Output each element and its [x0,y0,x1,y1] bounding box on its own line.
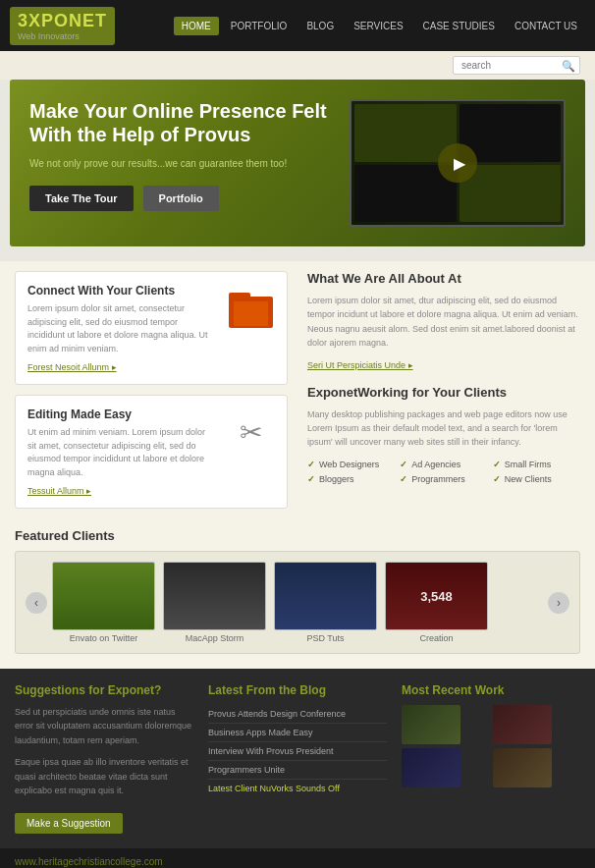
carousel-thumb-mac [163,562,266,630]
video-thumbnail[interactable] [350,99,566,227]
carousel-prev-button[interactable]: ‹ [26,592,47,614]
hero-right [350,99,566,227]
client-item-5: ✓Programmers [400,474,487,484]
carousel-items: Envato on Twitter MacApp Storm PSD Tuts … [52,562,543,643]
content-right: What We Are All About At Lorem ipsum dol… [307,271,580,509]
footer-suggestions-title: Suggestions for Exponet? [15,683,193,697]
search-bar: 🔍 [0,51,595,80]
blog-link-5[interactable]: Latest Client NuVorks Sounds Off [208,780,387,797]
hero-left: Make Your Online Presence Felt With the … [29,99,335,227]
footer-suggestions: Suggestions for Exponet? Sed ut perspici… [15,683,193,834]
blog-link-4[interactable]: Programmers Unite [208,761,387,780]
folder-icon [226,284,275,333]
footer-section: Suggestions for Exponet? Sed ut perspici… [0,669,595,848]
logo-sub: Web Innovators [18,31,107,41]
right-title-1: What We Are All About At [307,271,580,286]
carousel-thumb-psd [274,562,377,630]
take-tour-button[interactable]: Take The Tour [29,186,134,211]
carousel-item-1: Envato on Twitter [52,562,155,643]
suggestions-title-brand: Exponet? [108,683,162,697]
header: 3XPONET Web Innovators HOME PORTFOLIO BL… [0,0,595,51]
footer-work-title: Most Recent Work [402,683,580,697]
carousel-next-button[interactable]: › [548,592,569,614]
feature-box-title-2: Editing Made Easy [27,407,216,421]
main-nav: HOME PORTFOLIO BLOG SERVICES CASE STUDIE… [174,17,585,35]
blog-link-1[interactable]: Provus Attends Design Conference [208,705,387,724]
blog-link-3[interactable]: Interview With Provus President [208,742,387,761]
feature-box-connect: Connect With Your Clients Lorem ipsum do… [15,271,288,385]
blog-link-2[interactable]: Business Apps Made Easy [208,724,387,742]
carousel-item-2: MacApp Storm [163,562,266,643]
play-button[interactable] [438,143,477,183]
carousel-label-1: Envato on Twitter [70,633,137,643]
carousel-label-3: PSD Tuts [306,633,344,643]
clients-carousel: ‹ Envato on Twitter MacApp Storm PSD Tut… [15,551,580,654]
feature-box-title-1: Connect With Your Clients [27,284,216,298]
nav-case-studies[interactable]: CASE STUDIES [415,17,503,35]
nav-blog[interactable]: BLOG [298,17,342,35]
client-item-1: ✓Web Designers [307,460,395,469]
video-overlay[interactable] [352,101,564,225]
work-item-1 [402,705,460,744]
right-link-1[interactable]: Seri Ut Perspiciatis Unde ▸ [307,360,413,370]
featured-clients-title: Featured Clients [15,528,580,543]
bottom-footer: www.heritagechristiancollege.com [0,848,595,868]
search-wrap: 🔍 [453,56,580,75]
right-body-2: Many desktop publishing packages and web… [307,407,580,450]
feature-box-body-1: Lorem ipsum dolor sit amet, consectetur … [27,302,216,355]
work-item-2 [493,705,552,744]
client-item-4: ✓Bloggers [307,474,395,484]
hero-subtitle: We not only prove our results...we can g… [29,156,335,171]
feature-box-text-1: Connect With Your Clients Lorem ipsum do… [27,284,216,372]
nav-services[interactable]: SERVICES [346,17,410,35]
creation-number: 3,548 [420,589,453,604]
footer-suggestions-body1: Sed ut perspiciatis unde omnis iste natu… [15,705,193,747]
carousel-thumb-envato [52,562,155,630]
feature-box-link-2[interactable]: Tessuit Allunm ▸ [27,486,91,496]
client-item-3: ✓Small Firms [493,460,580,469]
footer-suggestions-body2: Eaque ipsa quae ab illo inventore verita… [15,755,193,797]
footer-work: Most Recent Work [402,683,580,834]
hero-title: Make Your Online Presence Felt With the … [29,99,335,146]
feature-box-body-2: Ut enim ad minim veniam. Lorem ipsum dol… [27,426,216,479]
work-item-4 [493,748,552,787]
nav-contact[interactable]: CONTACT US [507,17,585,35]
search-icon[interactable]: 🔍 [562,59,575,72]
hero-section: Make Your Online Presence Felt With the … [10,80,585,246]
client-grid: ✓Web Designers ✓Ad Agencies ✓Small Firms… [307,460,580,484]
scissors-icon: ✂ [226,407,275,457]
carousel-label-2: MacApp Storm [186,633,244,643]
feature-box-link-1[interactable]: Forest Nesoit Allunm ▸ [27,362,117,372]
carousel-label-4: Creation [419,633,453,643]
client-item-2: ✓Ad Agencies [400,460,487,469]
carousel-thumb-creation: 3,548 [385,562,488,630]
right-title-2: ExponetWorking for Your Clients [307,385,580,400]
content-left: Connect With Your Clients Lorem ipsum do… [15,271,288,509]
right-body-1: Lorem ipsum dolor sit amet, dtur adipisc… [307,294,580,351]
hero-buttons: Take The Tour Portfolio [29,186,335,211]
feature-box-text-2: Editing Made Easy Ut enim ad minim venia… [27,407,216,496]
logo-area: 3XPONET Web Innovators [10,7,115,45]
site-url: www.heritagechristiancollege.com [15,856,580,867]
featured-clients-section: Featured Clients ‹ Envato on Twitter Mac… [0,518,595,669]
feature-box-editing: Editing Made Easy Ut enim ad minim venia… [15,395,288,509]
suggestions-title-plain: Suggestions for [15,683,108,697]
make-suggestion-button[interactable]: Make a Suggestion [15,813,123,834]
logo-text: 3XPONET [18,11,107,31]
work-item-3 [402,748,460,787]
footer-blog: Latest From the Blog Provus Attends Desi… [208,683,387,834]
nav-portfolio[interactable]: PORTFOLIO [223,17,296,35]
right-section-1: What We Are All About At Lorem ipsum dol… [307,271,580,370]
carousel-item-4: 3,548 Creation [385,562,488,643]
carousel-item-3: PSD Tuts [274,562,377,643]
right-section-2: ExponetWorking for Your Clients Many des… [307,385,580,484]
nav-home[interactable]: HOME [174,17,219,35]
footer-blog-title: Latest From the Blog [208,683,387,697]
client-item-6: ✓New Clients [493,474,580,484]
work-grid [402,705,580,787]
content-area: Connect With Your Clients Lorem ipsum do… [0,261,595,518]
portfolio-button[interactable]: Portfolio [143,186,219,211]
